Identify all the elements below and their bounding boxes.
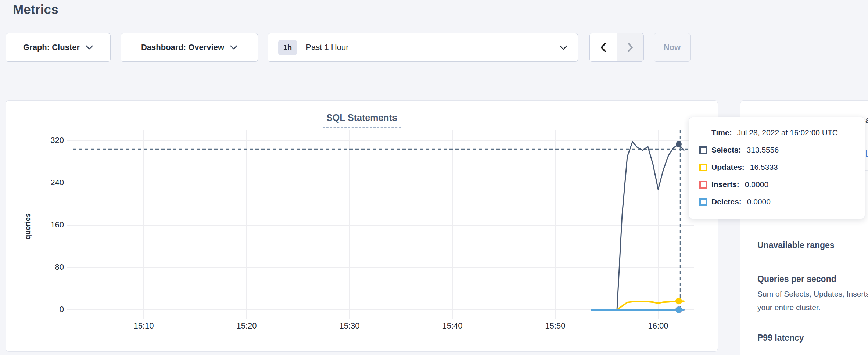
sql-statements-plot[interactable] (6, 101, 718, 351)
now-button[interactable]: Now (654, 33, 691, 62)
graph-dropdown-label: Graph: Cluster (23, 43, 80, 52)
chevron-down-icon (230, 45, 237, 50)
tooltip-series-label: Inserts: (711, 180, 739, 189)
x-tick-15:50: 15:50 (530, 321, 581, 331)
tooltip-series-label: Updates: (711, 163, 745, 172)
tooltip-series-label: Deletes: (711, 197, 742, 206)
sidebar-item-unavailable-ranges: Unavailable ranges (757, 240, 835, 250)
tooltip-time-row: Time:Jul 28, 2022 at 16:02:00 UTC (711, 128, 865, 137)
tooltip-series-value: 0.0000 (745, 180, 768, 189)
next-time-button[interactable] (617, 33, 643, 61)
tooltip-row-updates: Updates:16.5333 (699, 163, 865, 172)
sidebar-item-queries-per-second: Queries per second (757, 274, 836, 284)
page-title: Metrics (13, 2, 58, 17)
y-tick-160: 160 (10, 220, 64, 230)
tooltip-series-value: 313.5556 (747, 146, 779, 154)
tooltip-series-value: 16.5333 (750, 163, 778, 172)
previous-time-button[interactable] (590, 33, 617, 61)
x-tick-15:40: 15:40 (427, 321, 478, 331)
tooltip-time-label: Time: (711, 128, 732, 137)
sql-statements-chart-card: SQL Statements queries 08016024032015:10… (6, 100, 718, 352)
occluded-link-fragment (866, 150, 868, 157)
time-pager (589, 33, 644, 62)
chart-hover-tooltip: Time:Jul 28, 2022 at 16:02:00 UTC Select… (689, 117, 865, 219)
series-swatch-icon (699, 164, 707, 171)
tooltip-row-selects: Selects:313.5556 (699, 146, 865, 154)
dashboard-dropdown-label: Dashboard: Overview (141, 43, 224, 52)
graph-dropdown[interactable]: Graph: Cluster (6, 33, 111, 62)
sidebar-item-p99-latency: P99 latency (757, 333, 804, 343)
sidebar-divider (757, 264, 868, 264)
time-range-selector[interactable]: 1h Past 1 Hour (268, 33, 578, 62)
y-tick-80: 80 (10, 262, 64, 272)
chevron-left-icon (600, 42, 607, 53)
sidebar-divider (757, 323, 868, 323)
sidebar-divider (757, 230, 868, 230)
y-tick-320: 320 (10, 136, 64, 145)
x-tick-15:30: 15:30 (324, 321, 375, 331)
y-tick-240: 240 (10, 178, 64, 187)
dashboard-dropdown[interactable]: Dashboard: Overview (121, 33, 258, 62)
tooltip-series-value: 0.0000 (747, 197, 771, 206)
x-tick-16:00: 16:00 (632, 321, 684, 331)
tooltip-series-rows: Selects:313.5556Updates:16.5333Inserts:0… (699, 146, 865, 206)
qps-description-line2: your entire cluster. (757, 303, 821, 312)
occluded-sidebar-text: a (865, 115, 868, 125)
series-swatch-icon (699, 198, 707, 206)
y-tick-0: 0 (10, 305, 64, 314)
qps-description-line1: Sum of Selects, Updates, Inserts (757, 290, 868, 298)
x-tick-15:20: 15:20 (221, 321, 272, 331)
tooltip-row-deletes: Deletes:0.0000 (699, 197, 865, 206)
chevron-down-icon (559, 45, 567, 50)
series-swatch-icon (699, 181, 707, 189)
tooltip-time-value: Jul 28, 2022 at 16:02:00 UTC (737, 128, 838, 137)
series-swatch-icon (699, 146, 707, 154)
time-range-badge: 1h (278, 40, 297, 55)
tooltip-series-label: Selects: (711, 146, 741, 154)
chevron-down-icon (86, 45, 93, 50)
chevron-right-icon (627, 42, 634, 53)
tooltip-row-inserts: Inserts:0.0000 (699, 180, 865, 189)
time-range-label: Past 1 Hour (306, 43, 348, 52)
x-tick-15:10: 15:10 (118, 321, 169, 331)
